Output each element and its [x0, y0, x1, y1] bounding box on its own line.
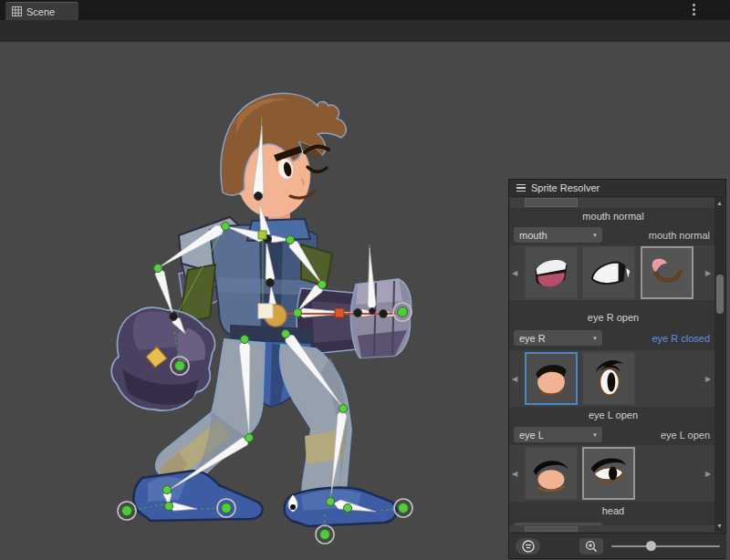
zoom-button[interactable]: [579, 538, 603, 555]
selected-label-mouth: mouth normal: [582, 230, 710, 241]
scrolled-thumbnail-strip: [510, 198, 716, 208]
sprite-resolver-title: Sprite Resolver: [531, 182, 600, 193]
scrollbar-thumb[interactable]: [716, 275, 724, 314]
scroll-left-icon[interactable]: ◀: [512, 269, 517, 277]
unity-editor-scene-view: Scene: [0, 0, 730, 560]
thumbnail-eye-r-open[interactable]: [582, 352, 635, 405]
thumbnail-strip-eye-l: ◀ ▶: [510, 445, 716, 502]
panel-scrollbar[interactable]: ▲ ▼: [714, 197, 725, 532]
thumbnail-mouth-normal[interactable]: [641, 246, 694, 299]
thumbnail-partial-head[interactable]: [525, 526, 578, 532]
thumbnail-mouth-open[interactable]: [525, 246, 578, 299]
thumbnail-partial[interactable]: [525, 198, 578, 207]
magnifier-plus-icon: [585, 540, 598, 553]
scroll-down-icon[interactable]: ▼: [714, 523, 725, 529]
tab-scene-label: Scene: [26, 6, 55, 17]
slider-handle[interactable]: [646, 541, 656, 551]
thumbnail-size-slider[interactable]: [611, 545, 720, 547]
scroll-up-icon[interactable]: ▲: [714, 200, 725, 206]
scene-grid-icon: [12, 6, 22, 16]
thumbnail-eye-l-closed[interactable]: [525, 447, 578, 500]
selected-label-eye-r[interactable]: eye R closed: [582, 333, 710, 344]
section-header-eye-l: eye L open: [510, 410, 716, 420]
thumbnail-mouth-closed[interactable]: [582, 246, 635, 299]
scroll-right-icon[interactable]: ▶: [705, 470, 711, 478]
panel-bottom-bar: [510, 533, 726, 557]
section-header-head: head: [510, 505, 716, 516]
section-header-mouth: mouth normal: [510, 211, 716, 222]
overlay-menu-icon[interactable]: [516, 184, 526, 192]
section-header-eye-r: eye R open: [510, 312, 716, 323]
scene-toolbar: Center ▼ Local ▼ ▼: [0, 20, 730, 43]
thumbnail-eye-l-open[interactable]: [582, 447, 635, 500]
filter-button[interactable]: [516, 538, 540, 555]
thumbnail-strip-mouth: ◀: [510, 245, 716, 300]
tab-strip: Scene: [0, 0, 730, 20]
sprite-resolver-content: mouth normal mouth ▼ mouth normal ◀: [510, 197, 716, 532]
selected-label-eye-l: eye L open: [582, 430, 710, 441]
sprite-resolver-header[interactable]: Sprite Resolver: [509, 180, 725, 197]
filter-icon: [522, 540, 535, 553]
thumbnail-eye-r-closed[interactable]: [525, 352, 578, 405]
scroll-right-icon[interactable]: ▶: [705, 375, 711, 383]
kebab-menu-icon[interactable]: [689, 4, 698, 16]
scroll-left-icon[interactable]: ◀: [512, 470, 517, 478]
scroll-right-icon[interactable]: ▶: [705, 269, 711, 277]
tab-scene[interactable]: Scene: [5, 2, 78, 20]
thumbnail-strip-eye-r: ◀ ▶: [510, 350, 716, 407]
scroll-left-icon[interactable]: ◀: [512, 375, 517, 383]
sprite-resolver-panel: Sprite Resolver mouth normal mouth ▼ mou…: [508, 179, 726, 559]
